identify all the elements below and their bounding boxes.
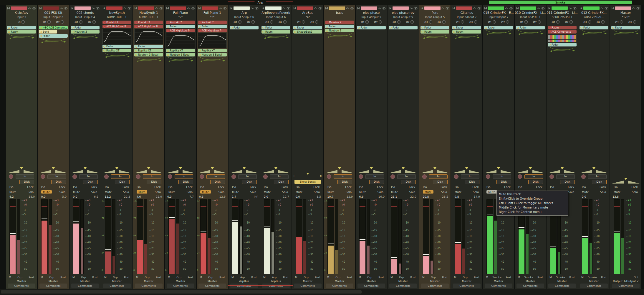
iso-button[interactable]: Iso xyxy=(73,185,77,189)
pan-knob[interactable]: Ø1 xyxy=(552,20,559,24)
record-arm-knob[interactable] xyxy=(422,174,427,179)
fx-slot[interactable]: Fader xyxy=(261,26,290,29)
mute-button[interactable]: Mute xyxy=(296,190,303,194)
receive-routing-icon[interactable] xyxy=(357,5,360,11)
solo-button[interactable]: Solo xyxy=(600,190,606,194)
fader-handle-arrow[interactable] xyxy=(402,167,405,169)
pan-fader[interactable] xyxy=(419,167,451,174)
fx-enabled-indicator[interactable] xyxy=(326,30,328,32)
track-name[interactable]: 011 GrinderFX - Li... xyxy=(547,11,578,15)
output-routing[interactable]: Master xyxy=(356,279,387,283)
fader-volume-value[interactable]: -0.0 xyxy=(294,195,300,198)
pan-slider-right[interactable] xyxy=(55,170,67,173)
pan-fader[interactable] xyxy=(578,167,610,174)
output-routing[interactable]: Master xyxy=(547,279,578,283)
input-assignment[interactable]: Input 5 xyxy=(6,15,37,19)
fader-volume-value[interactable]: -0.0 xyxy=(581,195,586,198)
track-color-swatch[interactable] xyxy=(361,6,377,10)
pan-knob-dial[interactable] xyxy=(633,20,636,24)
pan-slider-right[interactable] xyxy=(373,170,385,173)
pan-knob[interactable]: Ø2 xyxy=(88,20,96,24)
fx-slot[interactable]: Fader xyxy=(484,26,513,29)
fx-enabled-indicator[interactable] xyxy=(135,26,137,28)
fader-handle-arrow[interactable] xyxy=(274,167,277,169)
input-assignment[interactable]: SPDIF 2/ADAT 1 xyxy=(547,15,578,19)
comments-box[interactable]: Comments xyxy=(421,284,449,288)
fx-enabled-indicator[interactable] xyxy=(358,27,360,29)
pan-fader[interactable] xyxy=(547,167,578,174)
output-routing[interactable]: Master xyxy=(197,279,228,283)
fx-enabled-indicator[interactable] xyxy=(421,27,423,29)
envelope-icon[interactable] xyxy=(187,5,190,11)
comments-box[interactable]: Comments xyxy=(71,284,99,288)
pan-knob-dial[interactable] xyxy=(588,20,591,24)
record-arm-knob[interactable] xyxy=(581,174,586,179)
pan-fader[interactable] xyxy=(610,177,641,184)
fader-handle-arrow[interactable] xyxy=(306,173,309,175)
fx-enabled-indicator[interactable] xyxy=(453,31,455,33)
solo-button[interactable]: Solo xyxy=(250,190,256,194)
track-name[interactable]: Glitches xyxy=(451,11,482,15)
pan-knob-dial[interactable] xyxy=(365,20,369,24)
input-assignment[interactable]: Input 8/SPDIF 1 xyxy=(515,15,546,19)
comments-box[interactable]: Comments xyxy=(580,284,608,288)
mono-button[interactable]: M xyxy=(327,276,329,279)
pan-slider-left[interactable] xyxy=(580,170,592,173)
pan-slider-right[interactable] xyxy=(246,170,258,173)
pan-fader[interactable] xyxy=(388,167,419,174)
fx-slot[interactable]: Fader xyxy=(198,25,227,28)
record-arm-knob[interactable] xyxy=(41,174,45,179)
mute-button[interactable]: Mute xyxy=(105,190,112,194)
iso-button[interactable]: Iso xyxy=(423,185,427,189)
post-fader-indicator[interactable]: Post xyxy=(378,276,384,279)
pan-slider-left[interactable] xyxy=(548,170,560,173)
fx-enabled-indicator[interactable] xyxy=(103,21,105,24)
fx-slot[interactable]: Replika XT xyxy=(198,49,227,52)
pan-knob[interactable]: Ø2 xyxy=(247,20,255,24)
peak-value[interactable]: -16.0 xyxy=(377,195,385,198)
fx-slot[interactable]: Raum xyxy=(420,30,449,34)
group-indicator[interactable]: Smoke xyxy=(524,276,533,279)
peak-value[interactable]: -17.9 xyxy=(473,195,480,198)
pan-slider-left[interactable] xyxy=(103,170,115,173)
group-indicator[interactable]: Grp xyxy=(145,276,149,279)
fx-slot[interactable]: Neutron 3 xyxy=(71,30,100,34)
fx-enabled-indicator[interactable] xyxy=(517,27,519,29)
fx-visibility-eye-icon[interactable] xyxy=(477,5,481,11)
lock-button[interactable]: Lock xyxy=(122,185,129,189)
comments-box[interactable]: Comments xyxy=(294,284,322,288)
pan-fader[interactable] xyxy=(324,167,355,174)
pan-fader[interactable] xyxy=(133,167,164,174)
group-indicator[interactable]: Smoke xyxy=(492,276,501,279)
fader-volume-value[interactable]: 0.3 xyxy=(199,195,203,198)
solo-button[interactable]: Solo xyxy=(378,190,383,194)
pan-slider-left[interactable] xyxy=(167,170,178,173)
envelope-icon[interactable] xyxy=(505,5,508,11)
fx-slot[interactable]: Raum xyxy=(548,26,577,29)
track-name[interactable]: 002 chords xyxy=(69,11,101,15)
pan-fader[interactable] xyxy=(197,167,228,174)
pan-knob-dial[interactable] xyxy=(410,20,414,24)
eq-curve-display[interactable] xyxy=(166,33,195,48)
disk-button[interactable]: Disk xyxy=(401,180,416,184)
disk-button[interactable]: Disk xyxy=(147,180,161,184)
disk-button[interactable]: Disk xyxy=(560,180,575,184)
group-indicator[interactable]: Grp xyxy=(399,276,404,279)
fx-slot[interactable]: Fader xyxy=(325,25,354,28)
comments-box[interactable]: Comments xyxy=(167,284,194,288)
fader-volume-value[interactable]: -23.1 xyxy=(390,195,397,198)
fx-enabled-indicator[interactable] xyxy=(199,30,201,32)
receive-routing-icon[interactable] xyxy=(7,5,10,11)
track-color-swatch[interactable] xyxy=(234,6,250,10)
pan-slider-left[interactable] xyxy=(8,170,19,173)
solo-button[interactable]: Solo xyxy=(282,190,288,194)
post-fader-indicator[interactable]: Post xyxy=(537,276,543,279)
pan-knob[interactable]: Ø2 xyxy=(501,20,509,24)
mono-button[interactable]: M xyxy=(263,276,266,279)
peak-value[interactable]: -inf xyxy=(253,195,257,198)
receive-routing-icon[interactable] xyxy=(580,5,582,11)
input-monitor-button[interactable]: In xyxy=(397,174,416,179)
pan-fader[interactable] xyxy=(101,167,133,174)
group-indicator[interactable]: Grp xyxy=(208,276,213,279)
fx-enabled-indicator[interactable] xyxy=(453,27,455,29)
